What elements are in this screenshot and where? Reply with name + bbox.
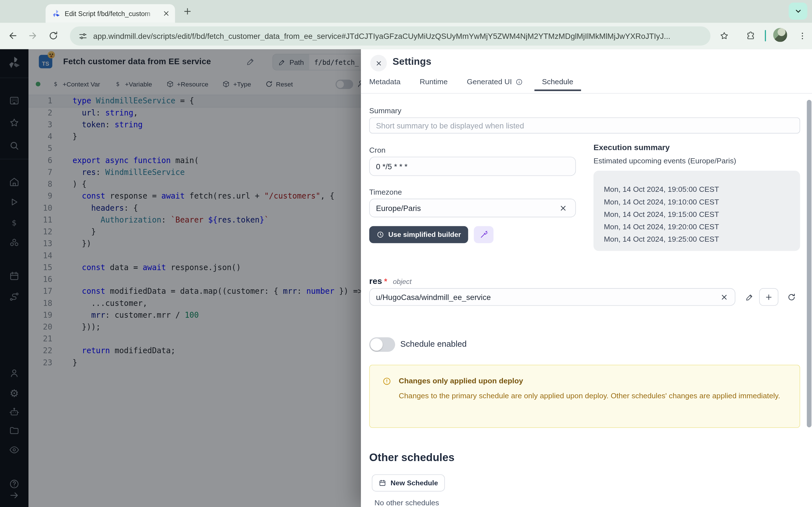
upcoming-event: Mon, 14 Oct 2024, 19:15:00 CEST bbox=[604, 208, 800, 220]
res-field-label: res* object bbox=[369, 276, 412, 286]
cron-label: Cron bbox=[369, 146, 386, 154]
execution-summary-subtitle: Estimated upcoming events (Europe/Paris) bbox=[594, 157, 736, 165]
address-bar[interactable]: app.windmill.dev/scripts/edit/f/bd/fetch… bbox=[70, 26, 711, 46]
refresh-resource-button[interactable] bbox=[782, 288, 800, 305]
back-button[interactable] bbox=[4, 27, 22, 45]
browser-toolbar: app.windmill.dev/scripts/edit/f/bd/fetch… bbox=[0, 23, 812, 49]
upcoming-event: Mon, 14 Oct 2024, 19:20:00 CEST bbox=[604, 220, 800, 233]
tab-metadata[interactable]: Metadata bbox=[369, 78, 401, 91]
calendar-icon bbox=[378, 479, 387, 487]
schedule-enabled-label: Schedule enabled bbox=[400, 339, 467, 349]
cron-input[interactable] bbox=[369, 157, 576, 176]
schedule-enabled-toggle[interactable] bbox=[369, 337, 395, 352]
windmill-app: $⚙ TS Fetch customer data from EE servic… bbox=[0, 49, 812, 507]
window-chevron-button[interactable] bbox=[789, 3, 807, 20]
browser-menu-icon[interactable] bbox=[794, 27, 811, 45]
toolbar-separator bbox=[765, 30, 766, 41]
res-type: object bbox=[393, 278, 411, 286]
site-settings-icon[interactable] bbox=[78, 31, 87, 41]
tab-strip: Edit Script f/bd/fetch_custom bbox=[0, 0, 812, 23]
resource-input[interactable] bbox=[369, 288, 735, 305]
clock-icon bbox=[376, 231, 384, 238]
browser-tab[interactable]: Edit Script f/bd/fetch_custom bbox=[46, 4, 175, 23]
new-schedule-label: New Schedule bbox=[391, 479, 438, 487]
tab-schedule[interactable]: Schedule bbox=[542, 78, 573, 91]
add-resource-button[interactable] bbox=[759, 288, 778, 305]
extensions-puzzle-icon[interactable] bbox=[742, 27, 759, 45]
scrollbar-thumb[interactable] bbox=[807, 100, 812, 427]
upcoming-event: Mon, 14 Oct 2024, 19:10:00 CEST bbox=[604, 195, 800, 208]
drawer-title: Settings bbox=[393, 56, 432, 67]
reload-button[interactable] bbox=[45, 27, 62, 45]
warning-title: Changes only applied upon deploy bbox=[399, 377, 523, 385]
close-drawer-button[interactable] bbox=[370, 55, 387, 71]
deploy-warning-box: Changes only applied upon deploy Changes… bbox=[369, 365, 800, 428]
warning-body: Changes to the primary schedule are only… bbox=[399, 390, 783, 401]
windmill-favicon-icon bbox=[52, 9, 61, 18]
summary-input[interactable] bbox=[369, 117, 800, 133]
new-tab-button[interactable] bbox=[183, 6, 193, 17]
profile-avatar[interactable] bbox=[773, 28, 787, 42]
tab-title: Edit Script f/bd/fetch_custom bbox=[65, 10, 158, 17]
screenshot-root: Edit Script f/bd/fetch_custom app.windmi… bbox=[0, 0, 812, 507]
drawer-backdrop[interactable] bbox=[0, 49, 361, 507]
tab-close-icon[interactable] bbox=[162, 9, 170, 17]
timezone-label: Timezone bbox=[369, 188, 402, 196]
forward-button[interactable] bbox=[24, 27, 41, 45]
required-asterisk: * bbox=[384, 277, 387, 286]
execution-summary-title: Execution summary bbox=[594, 143, 670, 152]
summary-label: Summary bbox=[369, 107, 402, 115]
tab-generated-ui[interactable]: Generated UI bbox=[467, 78, 523, 91]
drawer-scrollbar[interactable] bbox=[807, 49, 812, 507]
bookmark-star-icon[interactable] bbox=[715, 27, 733, 45]
no-other-schedules-text: No other schedules bbox=[374, 499, 439, 507]
res-name: res bbox=[369, 276, 382, 286]
upcoming-event: Mon, 14 Oct 2024, 19:05:00 CEST bbox=[604, 183, 800, 195]
new-schedule-button[interactable]: New Schedule bbox=[372, 474, 445, 492]
simplified-builder-label: Use simplified builder bbox=[388, 231, 461, 238]
browser-chrome: Edit Script f/bd/fetch_custom app.windmi… bbox=[0, 0, 812, 49]
tab-runtime[interactable]: Runtime bbox=[420, 78, 448, 91]
edit-resource-pencil-button[interactable] bbox=[741, 288, 758, 305]
other-schedules-title: Other schedules bbox=[369, 451, 455, 464]
settings-drawer: Settings MetadataRuntimeGenerated UISche… bbox=[361, 49, 812, 507]
timezone-input[interactable] bbox=[369, 199, 576, 217]
info-circle-icon bbox=[515, 78, 523, 86]
clear-timezone-icon[interactable] bbox=[559, 204, 567, 213]
upcoming-events-list: Mon, 14 Oct 2024, 19:05:00 CESTMon, 14 O… bbox=[594, 171, 800, 251]
clear-resource-icon[interactable] bbox=[720, 293, 728, 302]
warning-circle-icon bbox=[382, 377, 392, 386]
ai-wand-button[interactable] bbox=[474, 226, 494, 243]
upcoming-event: Mon, 14 Oct 2024, 19:25:00 CEST bbox=[604, 233, 800, 245]
settings-tabs: MetadataRuntimeGenerated UISchedule bbox=[361, 78, 812, 94]
simplified-builder-button[interactable]: Use simplified builder bbox=[369, 226, 468, 243]
url-text: app.windmill.dev/scripts/edit/f/bd/fetch… bbox=[93, 32, 670, 40]
